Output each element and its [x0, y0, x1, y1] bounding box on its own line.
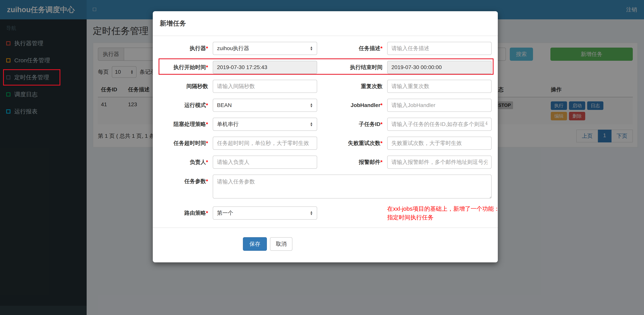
- fail-retry-label: 失败重试次数*: [317, 140, 387, 147]
- end-time-label: 执行结束时间: [317, 64, 387, 71]
- glue-type-select-value: BEAN: [217, 102, 232, 108]
- job-handler-label: JobHandler*: [317, 102, 387, 108]
- child-jobid-label: 子任务ID*: [317, 121, 387, 128]
- form-row-1: 执行器* zuihou执行器 任务描述*: [153, 42, 498, 55]
- child-jobid-input[interactable]: [387, 118, 492, 131]
- interval-label: 间隔秒数: [153, 83, 213, 90]
- timeout-label: 任务超时时间*: [153, 140, 213, 147]
- author-label: 负责人*: [153, 158, 213, 166]
- save-button[interactable]: 保存: [243, 237, 267, 251]
- form-row-4: 运行模式* BEAN JobHandler*: [153, 99, 498, 112]
- executor-select-value: zuihou执行器: [217, 45, 249, 52]
- author-input[interactable]: [213, 156, 317, 169]
- job-desc-input[interactable]: [387, 42, 492, 55]
- block-strategy-select[interactable]: 单机串行: [213, 118, 317, 131]
- modal-body: 执行器* zuihou执行器 任务描述* 执行开始时间* 执行结束时间 间隔秒数…: [153, 36, 498, 262]
- form-row-2: 执行开始时间* 执行结束时间: [153, 61, 498, 74]
- app-root: zuihou任务调度中心 □ 注销 导航 执行器管理 Cron任务管理 定时任务…: [0, 0, 644, 315]
- select-arrows-icon: [310, 103, 313, 108]
- route-strategy-label: 路由策略*: [153, 209, 213, 217]
- glue-type-label: 运行模式*: [153, 102, 213, 109]
- executor-label: 执行器*: [153, 45, 213, 52]
- job-desc-label: 任务描述*: [317, 45, 387, 52]
- start-time-input[interactable]: [213, 61, 317, 74]
- repeat-count-input[interactable]: [387, 80, 492, 93]
- form-row-7: 负责人* 报警邮件*: [153, 156, 498, 169]
- modal-title: 新增任务: [153, 11, 498, 36]
- alarm-email-input[interactable]: [387, 156, 492, 169]
- form-row-3: 间隔秒数 重复次数: [153, 80, 498, 93]
- form-row-6: 任务超时时间* 失败重试次数*: [153, 137, 498, 150]
- cancel-button[interactable]: 取消: [270, 237, 292, 251]
- select-arrows-icon: [310, 46, 313, 51]
- executor-select[interactable]: zuihou执行器: [213, 42, 317, 55]
- modal-footer: 保存 取消: [153, 228, 498, 262]
- interval-input[interactable]: [213, 80, 317, 93]
- feature-note: 在xxl-jobs项目的基础上，新增了一个功能： 指定时间执行任务: [387, 204, 500, 222]
- block-strategy-select-value: 单机串行: [217, 121, 239, 128]
- route-strategy-select-value: 第一个: [217, 209, 233, 217]
- job-param-label: 任务参数*: [153, 175, 213, 185]
- job-handler-input[interactable]: [387, 99, 492, 112]
- feature-note-line2: 指定时间执行任务: [387, 213, 500, 222]
- job-param-textarea[interactable]: [213, 175, 492, 198]
- glue-type-select[interactable]: BEAN: [213, 99, 317, 112]
- select-arrows-icon: [310, 211, 313, 215]
- feature-note-line1: 在xxl-jobs项目的基础上，新增了一个功能：: [387, 204, 500, 213]
- add-task-modal: 新增任务 执行器* zuihou执行器 任务描述* 执行开始时间* 执行结束时间…: [153, 11, 498, 262]
- block-strategy-label: 阻塞处理策略*: [153, 121, 213, 128]
- timeout-input[interactable]: [213, 137, 317, 150]
- end-time-input[interactable]: [387, 61, 492, 74]
- fail-retry-input[interactable]: [387, 137, 492, 150]
- form-row-8: 任务参数*: [153, 175, 498, 198]
- select-arrows-icon: [310, 122, 313, 127]
- form-row-5: 阻塞处理策略* 单机串行 子任务ID*: [153, 118, 498, 131]
- form-row-9: 路由策略* 第一个 在xxl-jobs项目的基础上，新增了一个功能： 指定时间执…: [153, 204, 498, 222]
- route-strategy-select[interactable]: 第一个: [213, 206, 317, 220]
- alarm-email-label: 报警邮件*: [317, 158, 387, 166]
- repeat-count-label: 重复次数: [317, 83, 387, 90]
- start-time-label: 执行开始时间*: [153, 64, 213, 71]
